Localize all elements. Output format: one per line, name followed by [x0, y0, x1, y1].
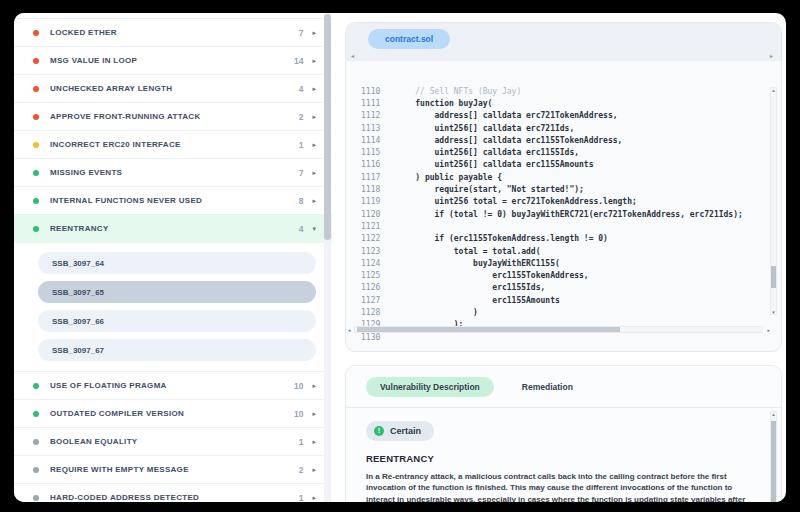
tabstrip-scroll-left-icon[interactable]: ◂: [351, 53, 354, 59]
code-text: erc1155TokenAddress,: [396, 271, 589, 280]
scroll-left-icon[interactable]: ◂: [348, 327, 351, 334]
category-list: LOCKED ETHER7▸MSG VALUE IN LOOP14▸UNCHEC…: [14, 18, 332, 502]
finding-item-ssb-3097-66[interactable]: SSB_3097_66: [38, 310, 316, 332]
severity-dot-icon: [33, 86, 39, 92]
code-viewer: contract.sol ◂ ▸ 1110 // Sell NFTs (Buy …: [345, 22, 782, 352]
category-label: MSG VALUE IN LOOP: [50, 56, 294, 65]
chevron-right-icon[interactable]: ▸: [312, 141, 316, 148]
sidebar-item-incorrect-erc20-interface[interactable]: INCORRECT ERC20 INTERFACE1▸: [14, 131, 332, 159]
code-text: buyJayWithERC1155(: [396, 259, 560, 268]
tab-vulnerability-description[interactable]: Vulnerability Description: [366, 377, 494, 397]
code-text: uint256[] calldata erc721Ids,: [396, 124, 574, 133]
severity-dot-icon: [33, 142, 39, 148]
code-line: 1128 ): [346, 306, 781, 318]
sidebar-item-msg-value-in-loop[interactable]: MSG VALUE IN LOOP14▸: [14, 47, 332, 75]
code-lines: 1110 // Sell NFTs (Buy Jay)1111 function…: [346, 85, 781, 343]
chevron-right-icon[interactable]: ▸: [312, 197, 316, 204]
line-number: 1130: [346, 333, 396, 342]
scroll-up-icon[interactable]: ▴: [771, 87, 776, 93]
severity-dot-icon: [33, 439, 39, 445]
chevron-right-icon[interactable]: ▸: [312, 410, 316, 417]
code-text: require(start, "Not started!");: [396, 185, 584, 194]
sidebar-item-require-with-empty-message[interactable]: REQUIRE WITH EMPTY MESSAGE2▸: [14, 456, 332, 484]
detail-scrollbar[interactable]: ▴: [770, 411, 777, 502]
line-number: 1127: [346, 296, 396, 305]
line-number: 1126: [346, 283, 396, 292]
scroll-down-icon[interactable]: ▾: [771, 309, 776, 315]
category-label: INTERNAL FUNCTIONS NEVER USED: [50, 196, 299, 205]
code-line: 1125 erc1155TokenAddress,: [346, 269, 781, 281]
chevron-right-icon[interactable]: ▸: [312, 29, 316, 36]
code-line: 1118 require(start, "Not started!");: [346, 183, 781, 195]
sidebar-item-unchecked-array-length[interactable]: UNCHECKED ARRAY LENGTH4▸: [14, 75, 332, 103]
code-text: if (erc1155TokenAddress.length != 0): [396, 234, 608, 243]
severity-dot-icon: [33, 383, 39, 389]
code-horizontal-scrollbar[interactable]: [354, 326, 763, 333]
confidence-badge: ! Certain: [366, 421, 434, 441]
chevron-right-icon[interactable]: ▸: [312, 382, 316, 389]
finding-item-ssb-3097-64[interactable]: SSB_3097_64: [38, 252, 316, 274]
severity-dot-icon: [33, 170, 39, 176]
line-number: 1113: [346, 124, 396, 133]
line-number: 1111: [346, 99, 396, 108]
severity-dot-icon: [33, 411, 39, 417]
chevron-right-icon[interactable]: ▸: [312, 438, 316, 445]
line-number: 1122: [346, 234, 396, 243]
detail-tabs: Vulnerability Description Remediation: [346, 366, 781, 408]
chevron-right-icon[interactable]: ▸: [312, 169, 316, 176]
scroll-right-icon[interactable]: ▸: [767, 327, 770, 334]
code-vertical-scrollbar[interactable]: ▴ ▾: [770, 87, 777, 315]
line-number: 1123: [346, 247, 396, 256]
app-window: LOCKED ETHER7▸MSG VALUE IN LOOP14▸UNCHEC…: [14, 13, 786, 502]
sidebar-item-boolean-equality[interactable]: BOOLEAN EQUALITY1▸: [14, 428, 332, 456]
code-line: 1117 ) public payable {: [346, 171, 781, 183]
category-count: 14: [294, 56, 303, 66]
code-line: 1116 uint256[] calldata erc1155Amounts: [346, 159, 781, 171]
scroll-up-icon[interactable]: ▴: [771, 411, 776, 417]
code-horizontal-scrollbar-thumb[interactable]: [357, 327, 620, 332]
detail-scrollbar-thumb[interactable]: [771, 421, 776, 502]
tab-remediation[interactable]: Remediation: [522, 382, 573, 392]
tabstrip-scroll-right-icon[interactable]: ▸: [770, 53, 773, 59]
sidebar-item-use-of-floating-pragma[interactable]: USE OF FLOATING PRAGMA10▸: [14, 372, 332, 400]
file-tab-contract-sol[interactable]: contract.sol: [368, 29, 450, 49]
confidence-label: Certain: [390, 426, 421, 436]
sidebar-scrollbar[interactable]: [324, 13, 331, 502]
chevron-right-icon[interactable]: ▸: [312, 85, 316, 92]
category-count: 7: [299, 28, 304, 38]
finding-item-ssb-3097-67[interactable]: SSB_3097_67: [38, 339, 316, 361]
chevron-right-icon[interactable]: ▸: [312, 113, 316, 120]
sidebar-item-reentrancy[interactable]: REENTRANCY4▾: [14, 215, 332, 243]
severity-dot-icon: [33, 467, 39, 473]
code-text: uint256[] calldata erc1155Ids,: [396, 148, 579, 157]
line-number: 1125: [346, 271, 396, 280]
sidebar-item-outdated-compiler-version[interactable]: OUTDATED COMPILER VERSION10▸: [14, 400, 332, 428]
sidebar-item-missing-events[interactable]: MISSING EVENTS7▸: [14, 159, 332, 187]
chevron-right-icon[interactable]: ▸: [312, 466, 316, 473]
finding-item-ssb-3097-65[interactable]: SSB_3097_65: [38, 281, 316, 303]
line-number: 1114: [346, 136, 396, 145]
sidebar-item-internal-functions-never-used[interactable]: INTERNAL FUNCTIONS NEVER USED8▸: [14, 187, 332, 215]
line-number: 1117: [346, 173, 396, 182]
code-line: 1123 total = total.add(: [346, 245, 781, 257]
code-line: 1111 function buyJay(: [346, 97, 781, 109]
chevron-right-icon[interactable]: ▸: [312, 494, 316, 501]
chevron-right-icon[interactable]: ▸: [312, 57, 316, 64]
code-vertical-scrollbar-thumb[interactable]: [771, 266, 776, 288]
line-number: 1121: [346, 222, 396, 231]
severity-dot-icon: [33, 198, 39, 204]
sidebar-item-approve-front-running-attack[interactable]: APPROVE FRONT-RUNNING ATTACK2▸: [14, 103, 332, 131]
code-text: uint256 total = erc721TokenAddress.lengt…: [396, 197, 637, 206]
line-number: 1112: [346, 111, 396, 120]
line-number: 1128: [346, 308, 396, 317]
line-number: 1110: [346, 87, 396, 96]
sidebar-scrollbar-thumb[interactable]: [324, 14, 331, 240]
code-line: 1124 buyJayWithERC1155(: [346, 257, 781, 269]
detail-body: ! Certain REENTRANCY In a Re-entrancy at…: [346, 408, 781, 502]
line-number: 1124: [346, 259, 396, 268]
category-count: 10: [294, 381, 303, 391]
sidebar-item-hard-coded-address-detected[interactable]: HARD-CODED ADDRESS DETECTED1▸: [14, 484, 332, 502]
sidebar-item-locked-ether[interactable]: LOCKED ETHER7▸: [14, 19, 332, 47]
category-count: 8: [299, 196, 304, 206]
chevron-down-icon[interactable]: ▾: [312, 225, 316, 232]
